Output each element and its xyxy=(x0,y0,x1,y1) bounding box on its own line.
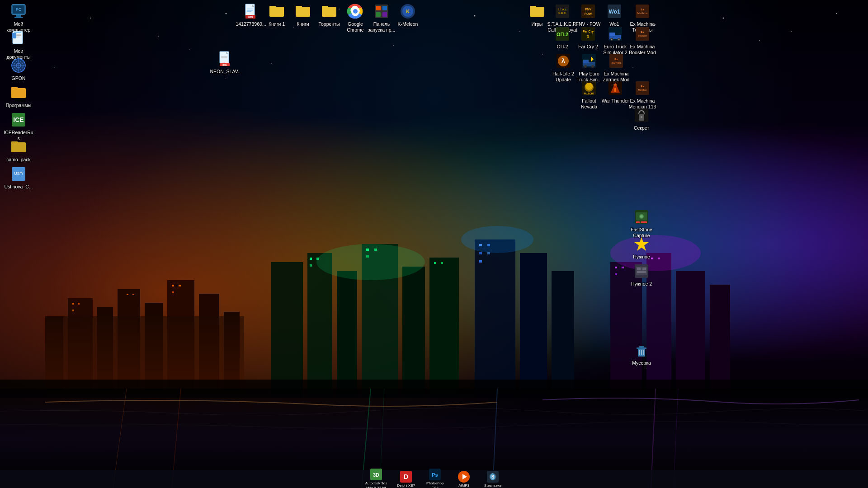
taskbar-steam[interactable]: S Steam.exe xyxy=(479,469,506,488)
icon-label-op2: ОП-2 xyxy=(557,44,568,50)
igry-icon xyxy=(528,2,546,20)
svg-point-168 xyxy=(591,65,594,68)
svg-text:Ex: Ex xyxy=(641,8,644,11)
icon-nuzhnoe2[interactable]: Нужное 2 xyxy=(624,262,659,287)
svg-rect-133 xyxy=(530,7,544,17)
svg-text:3D: 3D xyxy=(373,472,379,478)
svg-rect-111 xyxy=(269,6,276,8)
icon-camo-pack[interactable]: camo_pack xyxy=(2,138,35,163)
icon-exmachina-meridian[interactable]: Ex Meridian Ex MachinaMeridian 113 xyxy=(624,79,660,109)
icon-kmeleon[interactable]: K K-Meleon xyxy=(392,2,424,27)
exmachina-zarmek-icon: Ex Zarmek xyxy=(607,52,625,70)
svg-text:Wo1: Wo1 xyxy=(609,9,620,15)
file1-icon: IMG xyxy=(242,2,260,20)
svg-rect-153 xyxy=(609,33,615,36)
svg-rect-113 xyxy=(296,6,302,8)
panel-icon xyxy=(373,2,391,20)
svg-rect-95 xyxy=(11,88,26,98)
icon-label-recycle: Мусорка xyxy=(632,360,651,366)
svg-text:FOW: FOW xyxy=(585,12,592,15)
svg-rect-158 xyxy=(636,27,649,41)
taskbar-delphi[interactable]: D Delphi XE7 xyxy=(392,469,420,488)
svg-text:IMG: IMG xyxy=(248,16,253,19)
icon-ustinova[interactable]: USTi Ustinova_C... xyxy=(2,165,35,190)
svg-rect-120 xyxy=(376,6,381,10)
wo1-icon: Wo1 xyxy=(605,2,623,20)
chrome-icon xyxy=(346,2,364,20)
svg-rect-198 xyxy=(637,271,646,273)
icon-label-fallout-nevada: FalloutNevada xyxy=(581,98,597,109)
svg-rect-81 xyxy=(16,14,21,17)
svg-text:ОП-2: ОП-2 xyxy=(557,32,568,37)
torrents-icon xyxy=(320,2,338,20)
icon-my-docs[interactable]: Моидокументы xyxy=(2,29,35,60)
aimp3-icon xyxy=(458,470,470,483)
icon-exmachina-booster[interactable]: Ex Booster Ex MachinaBooster Mod xyxy=(624,25,660,55)
svg-text:S: S xyxy=(491,474,495,479)
svg-rect-131 xyxy=(221,56,227,57)
svg-rect-181 xyxy=(636,81,649,95)
nuzhnoe2-icon xyxy=(632,262,651,280)
fallout-nevada-icon: FALLOUT xyxy=(580,79,598,97)
svg-rect-191 xyxy=(636,221,640,223)
svg-rect-100 xyxy=(11,141,18,144)
taskbar: 3D Autodesk 3dsMax 9 32-bit D Delphi XE7… xyxy=(0,470,868,488)
svg-text:Ex: Ex xyxy=(614,58,618,61)
op2-icon: ОП-2 xyxy=(553,25,571,43)
docs-icon xyxy=(9,29,28,47)
desktop: PC Мой компьютер Моидокументы xyxy=(0,0,868,488)
icon-label-igry: Игры xyxy=(532,21,543,27)
icon-secret[interactable]: Секрет xyxy=(624,106,659,131)
icon-my-computer[interactable]: PC Мой компьютер xyxy=(2,2,35,33)
3dsmax-icon: 3D xyxy=(370,468,382,481)
icon-gpon[interactable]: GPON xyxy=(2,56,35,81)
svg-rect-105 xyxy=(247,9,253,9)
icon-neon-slav[interactable]: IMG NEON_SLAV... xyxy=(209,50,241,80)
svg-rect-138 xyxy=(581,5,595,18)
svg-rect-200 xyxy=(637,347,646,349)
faststone-icon xyxy=(632,208,651,226)
svg-rect-135 xyxy=(556,5,569,18)
taskbar-photoshop[interactable]: Ps PhotoshopCS5 xyxy=(421,467,448,488)
icon-nuzhnoe[interactable]: Нужное xyxy=(624,235,659,260)
svg-marker-193 xyxy=(634,237,649,251)
taskbar-aimp3[interactable]: AIMP3 xyxy=(450,469,477,488)
fnv-fow-icon: FNV FOW xyxy=(579,2,597,20)
svg-rect-121 xyxy=(382,6,387,10)
svg-text:K.E.R.: K.E.R. xyxy=(558,12,566,14)
exmachina-booster-icon: Ex Booster xyxy=(633,25,651,43)
icon-label-gpon: GPON xyxy=(12,75,26,81)
svg-text:USTi: USTi xyxy=(14,171,23,176)
svg-text:S.T.A.L.: S.T.A.L. xyxy=(557,8,567,11)
euro-truck-2-icon xyxy=(606,25,624,43)
svg-rect-96 xyxy=(11,87,18,89)
svg-rect-196 xyxy=(637,267,641,270)
svg-rect-122 xyxy=(376,12,381,17)
icon-label-neon-slav: NEON_SLAV... xyxy=(209,69,241,80)
icon-programmy[interactable]: Программы xyxy=(2,84,35,108)
farcry2-icon: Far Cry 2 xyxy=(579,25,597,43)
svg-text:PC: PC xyxy=(16,7,22,12)
icon-exmachina-zarmek[interactable]: Ex Zarmek Ex MachinaZarmek Mod xyxy=(598,52,634,82)
icon-faststone[interactable]: FastStoneCapture xyxy=(624,208,659,238)
icon-icereader[interactable]: ICE ICEReaderRus xyxy=(2,111,35,141)
icon-label-books2: Книги xyxy=(297,21,309,27)
svg-text:Zarmek: Zarmek xyxy=(612,61,621,64)
icon-recycle[interactable]: Мусорка xyxy=(624,341,659,366)
icon-label-nuzhnoe: Нужное xyxy=(633,254,650,260)
svg-rect-180 xyxy=(613,84,617,85)
svg-text:Meridian: Meridian xyxy=(638,89,646,91)
icereader-icon: ICE xyxy=(9,111,28,129)
computer-icon: PC xyxy=(9,2,28,20)
svg-rect-99 xyxy=(11,142,26,152)
taskbar-3dsmax[interactable]: 3D Autodesk 3dsMax 9 32-bit xyxy=(362,467,391,488)
gpon-icon xyxy=(9,56,28,75)
camo-icon xyxy=(9,138,28,156)
icon-label-kmeleon: K-Meleon xyxy=(398,21,418,27)
stalker-icon: S.T.A.L. K.E.R. xyxy=(553,2,571,20)
steam-icon: S xyxy=(486,470,499,483)
svg-rect-179 xyxy=(614,88,616,92)
svg-text:Ps: Ps xyxy=(432,472,438,478)
svg-text:λ: λ xyxy=(561,57,565,64)
svg-text:Ex: Ex xyxy=(641,31,644,33)
